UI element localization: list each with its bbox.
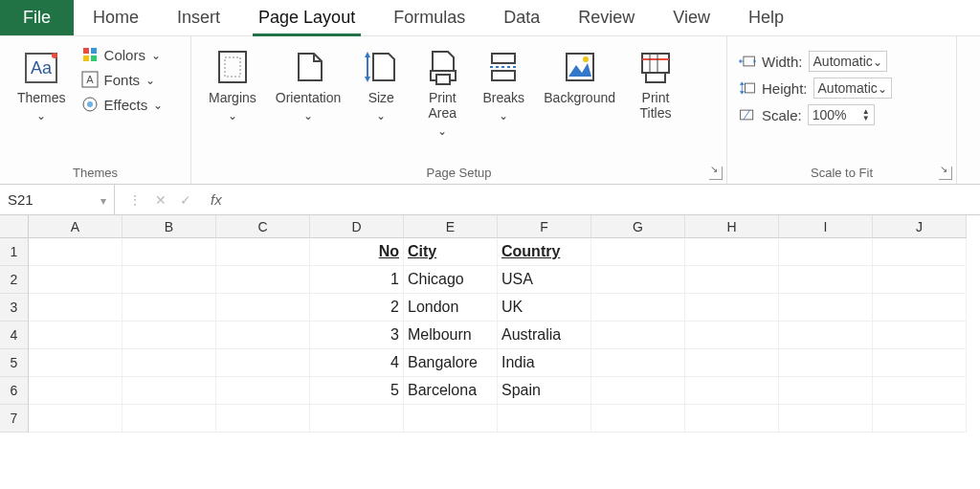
enter-icon[interactable]: ✓ [180, 192, 191, 208]
row-header[interactable]: 5 [0, 349, 29, 377]
cell[interactable] [685, 349, 779, 377]
cell[interactable] [685, 377, 779, 405]
scale-to-fit-dialog-launcher[interactable] [939, 167, 952, 180]
cell[interactable] [29, 266, 122, 294]
fonts-button[interactable]: A Fonts ⌄ [81, 71, 164, 88]
tab-data[interactable]: Data [484, 0, 559, 35]
formula-input[interactable] [228, 185, 980, 214]
col-header[interactable]: J [873, 215, 967, 238]
row-header[interactable]: 7 [0, 405, 29, 433]
cell[interactable]: Melbourn [404, 322, 498, 349]
fx-label[interactable]: fx [205, 191, 228, 208]
cell[interactable] [29, 349, 122, 377]
cell[interactable] [122, 294, 216, 322]
tab-file[interactable]: File [0, 0, 74, 35]
cell[interactable] [29, 405, 122, 433]
col-header[interactable]: B [122, 215, 216, 238]
tab-home[interactable]: Home [74, 0, 158, 35]
spinner-icon[interactable]: ▲▼ [862, 108, 870, 122]
cell[interactable] [29, 322, 122, 349]
cell[interactable] [591, 405, 685, 433]
cell[interactable]: 1 [310, 266, 404, 294]
cell[interactable] [873, 405, 967, 433]
cell[interactable] [685, 405, 779, 433]
cell[interactable] [779, 266, 873, 294]
cell[interactable] [404, 405, 498, 433]
cell[interactable] [216, 238, 310, 266]
tab-formulas[interactable]: Formulas [374, 0, 484, 35]
breaks-button[interactable]: Breaks ⌄ [473, 42, 534, 126]
colors-button[interactable]: Colors ⌄ [81, 46, 164, 63]
scale-input[interactable]: 100% ▲▼ [808, 104, 875, 125]
cell[interactable]: 5 [310, 377, 404, 405]
cell[interactable] [685, 322, 779, 349]
cell[interactable] [779, 294, 873, 322]
cell[interactable] [216, 322, 310, 349]
cell[interactable] [216, 349, 310, 377]
cell[interactable] [122, 405, 216, 433]
cell[interactable]: Barcelona [404, 377, 498, 405]
row-header[interactable]: 1 [0, 238, 29, 266]
col-header[interactable]: A [29, 215, 122, 238]
cell[interactable] [591, 377, 685, 405]
width-select[interactable]: Automatic ⌄ [809, 51, 887, 72]
col-header[interactable]: H [685, 215, 779, 238]
cell[interactable]: Spain [498, 377, 591, 405]
row-header[interactable]: 6 [0, 377, 29, 405]
cell[interactable] [685, 238, 779, 266]
cell[interactable] [779, 349, 873, 377]
cell[interactable]: Australia [498, 322, 591, 349]
cell[interactable] [779, 377, 873, 405]
cell[interactable]: 3 [310, 322, 404, 349]
cell[interactable]: 2 [310, 294, 404, 322]
tab-help[interactable]: Help [729, 0, 803, 35]
cell[interactable] [779, 238, 873, 266]
effects-button[interactable]: Effects ⌄ [81, 96, 164, 113]
col-header[interactable]: I [779, 215, 873, 238]
cancel-icon[interactable]: ✕ [155, 192, 167, 208]
tab-insert[interactable]: Insert [158, 0, 239, 35]
col-header[interactable]: E [404, 215, 498, 238]
cell[interactable]: India [498, 349, 591, 377]
cell[interactable] [122, 238, 216, 266]
cell[interactable] [873, 349, 967, 377]
col-header[interactable]: G [591, 215, 685, 238]
cell[interactable] [873, 294, 967, 322]
margins-button[interactable]: Margins ⌄ [199, 42, 266, 126]
orientation-button[interactable]: Orientation ⌄ [266, 42, 350, 126]
cell[interactable] [873, 266, 967, 294]
cell[interactable]: USA [498, 266, 591, 294]
cell[interactable] [685, 266, 779, 294]
cell[interactable]: UK [498, 294, 591, 322]
cell[interactable] [498, 405, 591, 433]
page-setup-dialog-launcher[interactable] [709, 167, 723, 180]
cell[interactable] [216, 405, 310, 433]
cell[interactable] [29, 294, 122, 322]
cell[interactable] [29, 377, 122, 405]
cell[interactable] [29, 238, 122, 266]
name-box[interactable]: S21 ▾ [0, 185, 115, 214]
row-header[interactable]: 3 [0, 294, 29, 322]
cell[interactable]: Country [498, 238, 591, 266]
cell[interactable] [122, 349, 216, 377]
cell[interactable] [685, 294, 779, 322]
cell[interactable] [216, 266, 310, 294]
height-select[interactable]: Automatic ⌄ [813, 78, 892, 99]
cell[interactable]: No [310, 238, 404, 266]
tab-view[interactable]: View [654, 0, 729, 35]
cell[interactable]: Chicago [404, 266, 498, 294]
cell[interactable] [122, 377, 216, 405]
cell[interactable] [779, 405, 873, 433]
cell[interactable] [873, 322, 967, 349]
cell[interactable] [873, 377, 967, 405]
cell[interactable] [873, 238, 967, 266]
cell[interactable] [216, 294, 310, 322]
cell[interactable] [591, 349, 685, 377]
cell[interactable] [591, 266, 685, 294]
cell[interactable] [591, 294, 685, 322]
cell[interactable] [122, 266, 216, 294]
cell[interactable] [779, 322, 873, 349]
size-button[interactable]: Size ⌄ [350, 42, 412, 126]
cell[interactable]: Bangalore [404, 349, 498, 377]
row-header[interactable]: 4 [0, 322, 29, 349]
